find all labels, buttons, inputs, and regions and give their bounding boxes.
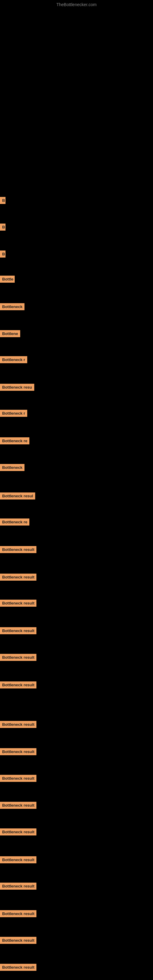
bottleneck-label-18: Bottleneck result	[0, 654, 37, 661]
bottleneck-label-27: Bottleneck result	[0, 910, 37, 917]
bottleneck-label-16: Bottleneck result	[0, 600, 37, 607]
bottleneck-label-19: Bottleneck result	[0, 681, 37, 689]
bottleneck-label-3: B	[0, 250, 5, 258]
bottleneck-label-6: Bottlene	[0, 330, 20, 337]
bottleneck-label-25: Bottleneck result	[0, 856, 37, 863]
bottleneck-label-24: Bottleneck result	[0, 829, 37, 835]
bottleneck-label-4: Bottle	[0, 275, 15, 283]
bottleneck-label-9: Bottleneck r	[0, 410, 27, 417]
bottleneck-label-8: Bottleneck resu	[0, 384, 34, 391]
site-title-container: TheBottlenecker.com	[0, 0, 153, 7]
bottleneck-label-29: Bottleneck result	[0, 964, 37, 971]
bottleneck-label-12: Bottleneck resul	[0, 492, 35, 500]
bottleneck-label-17: Bottleneck result	[0, 627, 37, 634]
bottleneck-label-5: Bottleneck	[0, 303, 24, 310]
site-title: TheBottlenecker.com	[56, 2, 97, 7]
bottleneck-label-13: Bottleneck re	[0, 519, 29, 525]
bottleneck-label-23: Bottleneck result	[0, 802, 37, 809]
bottleneck-label-10: Bottleneck re	[0, 438, 29, 444]
bottleneck-label-26: Bottleneck result	[0, 883, 37, 890]
bottleneck-label-21: Bottleneck result	[0, 748, 37, 755]
bottleneck-label-22: Bottleneck result	[0, 775, 37, 782]
bottleneck-label-14: Bottleneck result	[0, 546, 37, 553]
bottleneck-label-15: Bottleneck result	[0, 574, 37, 581]
bottleneck-label-28: Bottleneck result	[0, 937, 37, 944]
bottleneck-label-7: Bottleneck r	[0, 356, 27, 363]
bottleneck-label-11: Bottleneck	[0, 464, 24, 471]
bottleneck-label-20: Bottleneck result	[0, 721, 37, 728]
bottleneck-label-2: B	[0, 224, 5, 231]
bottleneck-label-1: B	[0, 197, 5, 204]
